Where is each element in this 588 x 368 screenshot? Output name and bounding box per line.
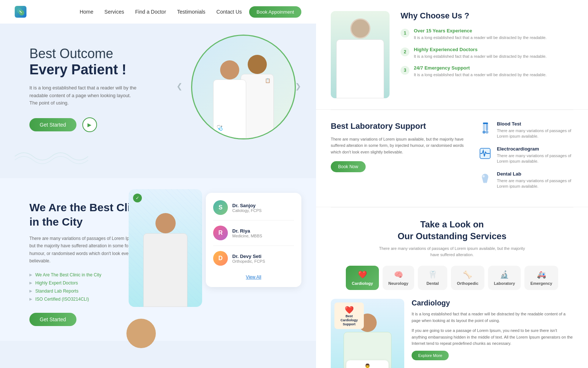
cardiology-desc-2: If you are going to use a passage of Lor… — [412, 328, 573, 347]
logo — [15, 6, 26, 18]
get-started-button[interactable]: Get Started — [29, 118, 76, 131]
svg-point-8 — [483, 175, 485, 177]
clinic-doctor-figure — [129, 189, 202, 307]
arrow-right-icon[interactable]: ❯ — [295, 82, 301, 91]
play-icon: ▶ — [87, 122, 92, 128]
laboratory-tab-label: Laboratory — [494, 281, 515, 286]
doctor-item-2: R Dr. Riya Medicine, MBBS — [213, 226, 294, 246]
service-tabs: ❤️ Cardiology 🧠 Neurology 🦷 Dental 🦴 Ort… — [331, 266, 573, 290]
services-header: Take a Look onOur Outstanding Services T… — [331, 219, 573, 258]
why-item-desc-3: It is a long established fact that a rea… — [414, 72, 546, 78]
tab-cardiology[interactable]: ❤️ Cardiology — [346, 266, 379, 290]
expert-doctors-icon: 👨‍⚕️ — [351, 363, 384, 368]
why-number-1: 1 — [401, 29, 409, 38]
doctor-name-2: Dr. Riya — [232, 228, 262, 234]
ecg-desc: There are many variations of passages of… — [497, 153, 573, 164]
dental-tab-label: Dental — [426, 281, 439, 286]
doctor-initial-1: S — [219, 204, 223, 211]
nav-home[interactable]: Home — [80, 9, 93, 15]
arrow-left-icon[interactable]: ❮ — [176, 82, 183, 91]
why-item-3: 3 24/7 Emergency Support It is a long es… — [401, 65, 573, 78]
explore-more-button[interactable]: Explore More — [412, 351, 449, 360]
doctor-info-1: Dr. Sanjoy Caliology, FCPS — [232, 203, 262, 213]
bottom-person-head — [126, 319, 156, 348]
why-doctor-figure — [336, 11, 384, 98]
tab-emergency[interactable]: 🚑 Emergency — [524, 266, 558, 290]
left-panel: Home Services Find a Doctor Testimonials… — [0, 0, 316, 368]
tab-orthopedic[interactable]: 🦴 Orthopedic — [451, 266, 484, 290]
why-item-2: 2 Highly Experienced Doctors It is a lon… — [401, 47, 573, 60]
why-doctor-photo — [331, 11, 390, 98]
female-doctor-figure: 🩺 — [213, 60, 246, 138]
navbar: Home Services Find a Doctor Testimonials… — [0, 0, 316, 24]
why-item-text-1: Over 15 Years Experience It is a long es… — [414, 28, 546, 41]
doctor-info-2: Dr. Riya Medicine, MBBS — [232, 228, 262, 238]
doctor-initial-2: R — [218, 230, 223, 236]
cardiology-support-text: Best Cardiology Support — [338, 314, 360, 326]
lab-right: Blood Test There are many variations of … — [478, 121, 573, 196]
doctors-card: S Dr. Sanjoy Caliology, FCPS R Dr. Riya … — [206, 193, 301, 287]
logo-icon — [15, 6, 26, 18]
cardiology-tab-icon: ❤️ — [358, 270, 367, 279]
cardiology-image: ❤️ Best Cardiology Support 👨‍⚕️ 20+ Expe… — [331, 299, 404, 368]
hero-description: It is a long established fact that a rea… — [29, 84, 140, 107]
expert-doctors-badge: 👨‍⚕️ 20+ Expert Doctors — [346, 360, 388, 368]
laboratory-tab-icon: 🔬 — [500, 270, 509, 279]
wave-decoration — [15, 145, 88, 171]
svg-rect-2 — [483, 123, 485, 131]
hero-image: ❮ 🩺 📋 — [187, 31, 298, 141]
cardiology-tab-label: Cardiology — [352, 281, 373, 286]
doctor-avatar-3: D — [213, 251, 228, 266]
hero-title-bold: Every Patient ! — [29, 61, 169, 78]
orthopedic-tab-label: Orthopedic — [457, 281, 478, 286]
hero-text: Best Outcome Every Patient ! It is a lon… — [29, 46, 169, 132]
why-item-text-2: Highly Experienced Doctors It is a long … — [414, 47, 546, 60]
tab-laboratory[interactable]: 🔬 Laboratory — [488, 266, 521, 290]
hero-circle: 🩺 📋 — [191, 35, 296, 139]
doctor-name-1: Dr. Sanjoy — [232, 203, 262, 208]
book-appointment-button[interactable]: Book Appoinment — [249, 6, 301, 18]
hero-actions: Get Started ▶ — [29, 117, 169, 132]
ecg-text: Electrocardiogram There are many variati… — [497, 146, 573, 164]
lab-description: There are many variations of Lorem ipsum… — [331, 136, 467, 156]
doctor-item-3: D Dr. Devy Seti Orthopedic, FCPS — [213, 251, 294, 271]
cardiology-detail: ❤️ Best Cardiology Support 👨‍⚕️ 20+ Expe… — [331, 299, 573, 368]
dental-tab-icon: 🦷 — [428, 270, 437, 279]
doctor-name-3: Dr. Devy Seti — [232, 254, 265, 259]
service-dental: Dental Lab There are many variations of … — [478, 171, 573, 190]
cardiology-heart-icon: ❤️ — [338, 305, 360, 314]
nav-find-doctor[interactable]: Find a Doctor — [135, 9, 166, 15]
clinic-get-started-button[interactable]: Get Started — [29, 313, 76, 326]
book-now-button[interactable]: Book Now — [331, 161, 366, 172]
svg-point-5 — [483, 131, 485, 134]
nav-services[interactable]: Services — [104, 9, 124, 15]
doctor-initial-3: D — [218, 255, 223, 262]
doctor-avatar-2: R — [213, 226, 228, 240]
tab-neurology[interactable]: 🧠 Neurology — [383, 266, 414, 290]
why-item-desc-1: It is a long established fact that a rea… — [414, 35, 546, 41]
why-item-desc-2: It is a long established fact that a rea… — [414, 53, 546, 60]
doctors-image: 🩺 📋 — [213, 36, 274, 138]
lab-left: Best Laboratory Support There are many v… — [331, 121, 467, 196]
nav-testimonials[interactable]: Testimonials — [177, 9, 205, 15]
blood-test-icon — [478, 121, 492, 136]
cardiology-content: Cardiology It is a long established fact… — [412, 299, 573, 368]
emergency-tab-label: Emergency — [530, 281, 552, 286]
svg-rect-4 — [483, 123, 488, 124]
nav-contact[interactable]: Contact Us — [216, 9, 242, 15]
doctor-item-1: S Dr. Sanjoy Caliology, FCPS — [213, 200, 294, 220]
view-all-link[interactable]: View All — [213, 275, 294, 280]
doctor-specialty-2: Medicine, MBBS — [232, 234, 262, 238]
tab-dental[interactable]: 🦷 Dental — [418, 266, 447, 290]
neurology-tab-label: Neurology — [388, 281, 408, 286]
clinic-doctor-shape — [143, 213, 187, 307]
why-item-1: 1 Over 15 Years Experience It is a long … — [401, 28, 573, 41]
service-blood-test: Blood Test There are many variations of … — [478, 121, 573, 139]
play-button[interactable]: ▶ — [82, 117, 97, 132]
why-item-title-1: Over 15 Years Experience — [414, 28, 546, 33]
doctor-info-3: Dr. Devy Seti Orthopedic, FCPS — [232, 254, 265, 263]
dental-title: Dental Lab — [497, 171, 573, 177]
why-item-text-3: 24/7 Emergency Support It is a long esta… — [414, 65, 546, 78]
services-description: There are many variations of passages of… — [379, 245, 526, 258]
ecg-title: Electrocardiogram — [497, 146, 573, 152]
